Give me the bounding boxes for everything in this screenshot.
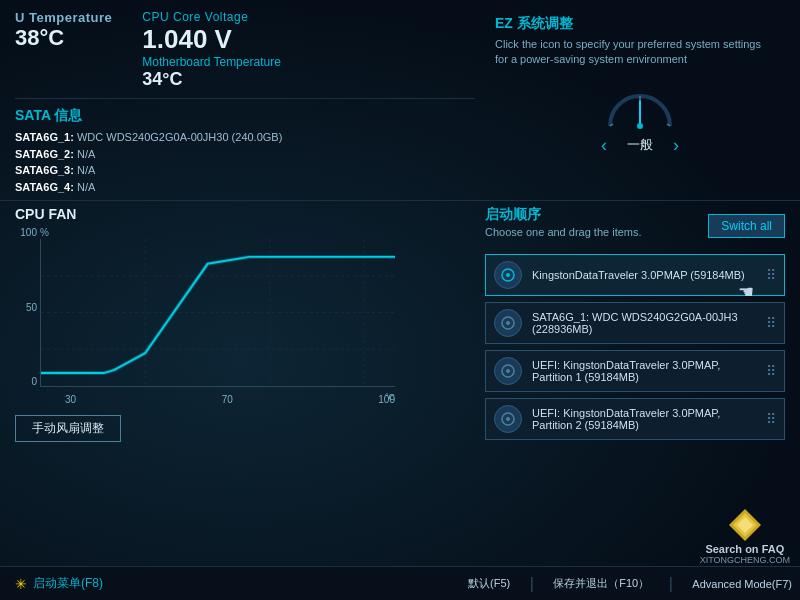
boot-item[interactable]: UEFI: KingstonDataTraveler 3.0PMAP, Part… <box>485 350 785 392</box>
gauge-prev-arrow[interactable]: ‹ <box>601 135 607 156</box>
voltage-value: 1.040 V <box>142 24 281 55</box>
cpu-temp-value: 38°C <box>15 25 112 51</box>
switch-all-button[interactable]: Switch all <box>708 214 785 238</box>
x-label-30: 30 <box>65 394 76 405</box>
boot-subtitle: Choose one and drag the items. <box>485 226 642 238</box>
chart-area <box>40 239 395 387</box>
boot-menu-item: ✳ 启动菜单(F8) <box>15 575 103 592</box>
sata-items: SATA6G_1: WDC WDS240G2G0A-00JH30 (240.0G… <box>15 129 475 195</box>
boot-items-list: KingstonDataTraveler 3.0PMAP (59184MB) ⠿… <box>485 254 785 440</box>
disk-icon <box>500 267 516 283</box>
chart-yaxis: 100 50 0 <box>15 227 40 387</box>
voltage-block: CPU Core Voltage 1.040 V Motherboard Tem… <box>142 10 281 90</box>
temp-row: U Temperature 38°C CPU Core Voltage 1.04… <box>15 10 475 90</box>
boot-item[interactable]: SATA6G_1: WDC WDS240G2G0A-00JH3 (228936M… <box>485 302 785 344</box>
snowflake-icon: ✳ <box>15 576 27 592</box>
sata-key: SATA6G_2: <box>15 148 74 160</box>
top-section: U Temperature 38°C CPU Core Voltage 1.04… <box>0 0 800 201</box>
gauge-container: ‹ 一般 › <box>495 73 785 164</box>
separator-2: | <box>669 575 673 593</box>
diamond-logo-icon <box>727 507 763 543</box>
watermark-site: XITONGCHENG.COM <box>700 555 790 565</box>
bottom-bar: ✳ 启动菜单(F8) 默认(F5) | 保存并退出（F10） | Advance… <box>0 566 800 600</box>
svg-point-16 <box>506 369 510 373</box>
sata-key: SATA6G_1: <box>15 131 74 143</box>
ez-section: EZ 系统调整 Click the icon to specify your p… <box>495 10 785 73</box>
chart-xaxis: 30 70 100 °C <box>40 392 395 407</box>
x-label-70: 70 <box>222 394 233 405</box>
sata-section: SATA 信息 SATA6G_1: WDC WDS240G2G0A-00JH30… <box>15 98 475 195</box>
ez-desc: Click the icon to specify your preferred… <box>495 37 775 68</box>
percent-label: % <box>40 227 49 238</box>
gauge-icon[interactable] <box>600 81 680 131</box>
sata-title: SATA 信息 <box>15 107 475 125</box>
sata-item: SATA6G_1: WDC WDS240G2G0A-00JH30 (240.0G… <box>15 129 475 146</box>
separator-1: | <box>530 575 534 593</box>
gauge-nav: ‹ 一般 › <box>601 135 679 156</box>
boot-item-text: UEFI: KingstonDataTraveler 3.0PMAP, Part… <box>532 407 758 431</box>
cpu-temp-block: U Temperature 38°C <box>15 10 112 51</box>
drag-handle[interactable]: ⠿ <box>766 315 776 331</box>
boot-header: 启动顺序 Choose one and drag the items. Swit… <box>485 206 785 246</box>
right-panel: EZ 系统调整 Click the icon to specify your p… <box>475 10 785 195</box>
boot-item-icon <box>494 309 522 337</box>
y-label-100: 100 <box>20 227 37 238</box>
svg-point-18 <box>506 417 510 421</box>
gauge-next-arrow[interactable]: › <box>673 135 679 156</box>
drag-handle[interactable]: ⠿ <box>766 267 776 283</box>
disk-icon <box>500 363 516 379</box>
drag-handle[interactable]: ⠿ <box>766 411 776 427</box>
boot-item-icon <box>494 357 522 385</box>
disk-icon <box>500 315 516 331</box>
save-exit-button[interactable]: 保存并退出（F10） <box>545 573 657 594</box>
sata-key: SATA6G_4: <box>15 181 74 193</box>
svg-point-14 <box>506 321 510 325</box>
middle-section: CPU FAN % 100 50 0 <box>0 201 800 566</box>
y-label-50: 50 <box>26 302 37 313</box>
mb-temp-value: 34°C <box>142 69 281 90</box>
boot-item-icon <box>494 261 522 289</box>
fan-title: CPU FAN <box>15 206 475 222</box>
gauge-mode: 一般 <box>627 136 653 154</box>
boot-item-text: UEFI: KingstonDataTraveler 3.0PMAP, Part… <box>532 359 758 383</box>
bottom-buttons: 默认(F5) | 保存并退出（F10） | Advanced Mode(F7) … <box>460 567 800 600</box>
boot-menu-label: 启动菜单(F8) <box>33 575 103 592</box>
watermark-search: Search on FAQ <box>705 543 784 555</box>
ez-title: EZ 系统调整 <box>495 15 785 33</box>
boot-item-icon <box>494 405 522 433</box>
temp-unit: °C <box>385 392 395 402</box>
sata-item: SATA6G_3: N/A <box>15 162 475 179</box>
main-container: U Temperature 38°C CPU Core Voltage 1.04… <box>0 0 800 600</box>
boot-title-group: 启动顺序 Choose one and drag the items. <box>485 206 642 246</box>
left-panel: U Temperature 38°C CPU Core Voltage 1.04… <box>15 10 475 195</box>
gauge-wrapper: ‹ 一般 › <box>600 81 680 156</box>
boot-title: 启动顺序 <box>485 206 642 224</box>
chart-container: % 100 50 0 <box>15 227 395 407</box>
mb-temp-label: Motherboard Temperature <box>142 55 281 69</box>
bottom-left: ✳ 启动菜单(F8) <box>0 567 460 600</box>
svg-point-12 <box>506 273 510 277</box>
default-button[interactable]: 默认(F5) <box>460 573 518 594</box>
boot-item[interactable]: UEFI: KingstonDataTraveler 3.0PMAP, Part… <box>485 398 785 440</box>
disk-icon <box>500 411 516 427</box>
fan-section: CPU FAN % 100 50 0 <box>15 206 475 561</box>
y-label-0: 0 <box>31 376 37 387</box>
advanced-mode-button[interactable]: Advanced Mode(F7) <box>684 575 800 593</box>
cpu-fan-chart-svg <box>41 239 395 386</box>
cpu-temp-label: U Temperature <box>15 10 112 25</box>
sata-key: SATA6G_3: <box>15 164 74 176</box>
boot-item-text: SATA6G_1: WDC WDS240G2G0A-00JH3 (228936M… <box>532 311 758 335</box>
drag-handle[interactable]: ⠿ <box>766 363 776 379</box>
cursor-hand-icon: ☚ <box>738 281 754 303</box>
sata-item: SATA6G_4: N/A <box>15 179 475 196</box>
boot-item-text: KingstonDataTraveler 3.0PMAP (59184MB) <box>532 269 758 281</box>
fan-adjust-button[interactable]: 手动风扇调整 <box>15 415 121 442</box>
boot-item[interactable]: KingstonDataTraveler 3.0PMAP (59184MB) ⠿… <box>485 254 785 296</box>
svg-point-4 <box>637 123 643 129</box>
watermark: Search on FAQ XITONGCHENG.COM <box>700 507 790 565</box>
voltage-label: CPU Core Voltage <box>142 10 281 24</box>
sata-item: SATA6G_2: N/A <box>15 146 475 163</box>
